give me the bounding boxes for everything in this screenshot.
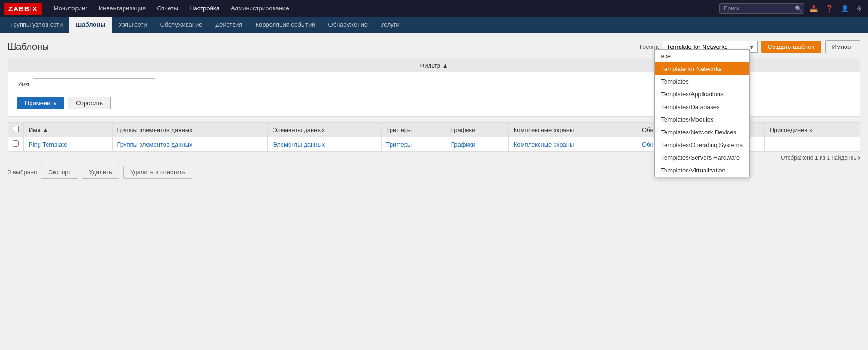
dropdown-item-templates[interactable]: Templates (655, 75, 749, 88)
dropdown-item-all[interactable]: все (655, 50, 749, 62)
delete-button[interactable]: Удалить (82, 166, 119, 179)
share-icon[interactable]: 📤 (808, 5, 820, 12)
nav-admin[interactable]: Администрирование (225, 0, 295, 17)
dropdown-item-templates-applications[interactable]: Templates/Applications (655, 88, 749, 101)
dropdown-item-templates-virtualization[interactable]: Templates/Virtualization (655, 164, 749, 177)
filter-label: Фильтр ▲ (420, 62, 448, 69)
top-navigation: ZABBIX Мониторинг Инвентаризация Отчеты … (0, 0, 868, 17)
selected-count: 0 выбрано (8, 169, 37, 176)
row-name-cell: Ping Template (24, 137, 113, 152)
filter-name-input[interactable] (33, 78, 155, 90)
search-container: 🔍 (719, 3, 804, 14)
dropdown-item-templates-modules[interactable]: Templates/Modules (655, 113, 749, 126)
subnav-event-corr[interactable]: Корреляция событий (249, 17, 321, 33)
row-linked-cell (765, 137, 860, 152)
screens-link[interactable]: Комплексные экраны (514, 141, 574, 148)
nav-settings[interactable]: Настройка (184, 0, 225, 17)
column-header-screens: Комплексные экраны (508, 123, 637, 137)
column-header-item-groups: Группы элементов данных (112, 123, 268, 137)
search-input[interactable] (719, 3, 804, 14)
column-header-linked: Присоединен к (765, 123, 860, 137)
sub-navigation: Группы узлов сети Шаблоны Узлы сети Обсл… (0, 17, 868, 33)
graphs-link[interactable]: Графики (451, 141, 476, 148)
group-dropdown: всеTemplate for NetworksTemplatesTemplat… (654, 49, 750, 177)
select-all-checkbox[interactable] (13, 126, 19, 132)
search-icon[interactable]: 🔍 (795, 5, 802, 12)
nav-monitoring[interactable]: Мониторинг (48, 0, 93, 17)
page-title: Шаблоны (8, 41, 49, 52)
row-items-cell: Элементы данных (268, 137, 381, 152)
dropdown-item-template-for-networks[interactable]: Template for Networks (655, 62, 749, 75)
dropdown-item-templates-operating-systems[interactable]: Templates/Operating Systems (655, 139, 749, 151)
subnav-host-groups[interactable]: Группы узлов сети (4, 17, 69, 33)
row-checkbox[interactable] (13, 140, 19, 147)
import-button[interactable]: Импорт (825, 40, 860, 53)
subnav-actions[interactable]: Действия (209, 17, 249, 33)
nav-inventory[interactable]: Инвентаризация (93, 0, 151, 17)
subnav-services[interactable]: Услуги (374, 17, 406, 33)
nav-reports[interactable]: Отчеты (151, 0, 184, 17)
subnav-maintenance[interactable]: Обслуживание (154, 17, 209, 33)
row-graphs-cell: Графики (446, 137, 508, 152)
reset-filter-button[interactable]: Сбросить (68, 97, 111, 109)
subnav-templates[interactable]: Шаблоны (69, 17, 112, 33)
zabbix-logo: ZABBIX (4, 3, 42, 15)
column-header-triggers: Триггеры (381, 123, 446, 137)
template-name-link[interactable]: Ping Template (29, 141, 67, 148)
subnav-hosts[interactable]: Узлы сети (112, 17, 153, 33)
dropdown-item-templates-databases[interactable]: Templates/Databases (655, 101, 749, 113)
dropdown-item-templates-servers-hardware[interactable]: Templates/Servers Hardware (655, 151, 749, 164)
top-nav-right: 🔍 📤 ❓ 👤 ⚙ (719, 3, 864, 14)
delete-clear-button[interactable]: Удалить и очистить (123, 166, 193, 179)
column-header-items: Элементы данных (268, 123, 381, 137)
row-item-groups-cell: Группы элементов данных (112, 137, 268, 152)
settings-icon[interactable]: ⚙ (854, 5, 864, 12)
column-header-graphs: Графики (446, 123, 508, 137)
row-screens-cell: Комплексные экраны (508, 137, 637, 152)
subnav-discovery[interactable]: Обнаружение (322, 17, 374, 33)
export-button[interactable]: Экспорт (41, 166, 78, 179)
triggers-link[interactable]: Триггеры (386, 141, 412, 148)
apply-filter-button[interactable]: Применить (17, 97, 64, 109)
column-header-checkbox (8, 123, 24, 137)
filter-name-label: Имя (17, 81, 29, 88)
dropdown-item-templates-network-devices[interactable]: Templates/Network Devices (655, 126, 749, 139)
create-template-button[interactable]: Создать шаблон (761, 41, 821, 53)
row-triggers-cell: Триггеры (381, 137, 446, 152)
column-header-name[interactable]: Имя ▲ (24, 123, 113, 137)
items-link[interactable]: Элементы данных (273, 141, 325, 148)
user-icon[interactable]: 👤 (839, 5, 851, 12)
item-groups-link[interactable]: Группы элементов данных (117, 141, 193, 148)
help-icon[interactable]: ❓ (823, 5, 835, 12)
row-checkbox-cell[interactable] (8, 137, 24, 152)
